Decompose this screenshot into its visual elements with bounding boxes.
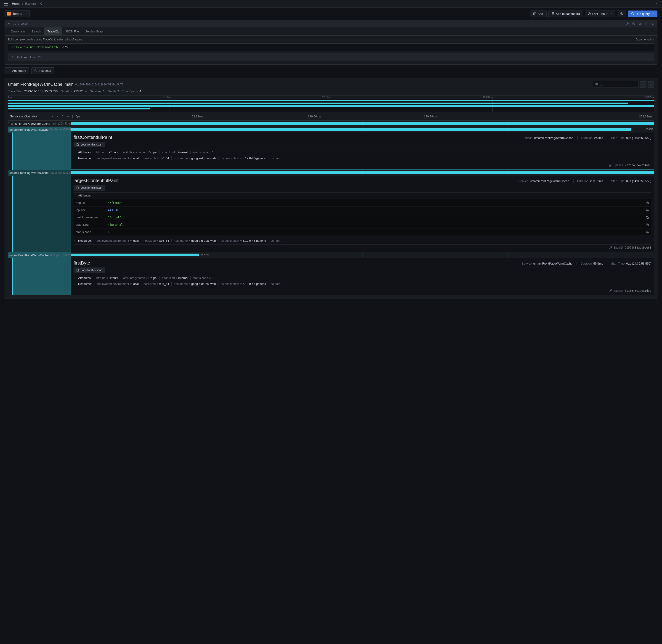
timerange-picker[interactable]: Last 1 hour	[585, 10, 615, 17]
detail-operation: largestContentfulPaint	[74, 178, 119, 183]
add-to-dashboard-button[interactable]: Add to dashboard	[548, 10, 583, 17]
tab-servicegraph[interactable]: Service Graph	[82, 27, 107, 36]
svg-rect-7	[553, 14, 554, 15]
find-input[interactable]	[593, 81, 638, 88]
expand-right-icon[interactable]	[56, 115, 59, 118]
eye-icon[interactable]	[638, 22, 642, 25]
span-row-fcp[interactable]: umamiFrontPageWarmCache firstContentfulP…	[8, 127, 654, 133]
add-query-button[interactable]: Add query	[5, 67, 29, 74]
expand-options-icon[interactable]	[11, 56, 15, 59]
tab-search[interactable]: Search	[28, 27, 44, 36]
column-resize-handle[interactable]: ||	[71, 115, 74, 118]
svg-point-2	[41, 4, 42, 5]
chevron-down-icon	[24, 12, 27, 15]
run-query-button[interactable]: Run query	[628, 10, 658, 17]
timerange-label: Last 1 hour	[592, 12, 608, 16]
copy-icon[interactable]	[643, 214, 651, 221]
query-ds-hint: (Tempo)	[18, 22, 28, 25]
menu-icon[interactable]	[4, 2, 8, 5]
documentation-link[interactable]: Documentation	[636, 38, 654, 41]
link-icon[interactable]	[609, 246, 612, 249]
attributes-section: Attributes:	[78, 151, 92, 154]
span-service: umamiFrontPageWarmCache	[9, 128, 48, 131]
breadcrumb: Home › Explore	[12, 2, 36, 5]
collapse-query-icon[interactable]	[7, 22, 11, 25]
logs-for-span-button[interactable]: Logs for this span	[74, 268, 105, 273]
attributes-section: Attributes:	[78, 276, 92, 280]
breadcrumb-home[interactable]: Home	[12, 2, 20, 5]
breadcrumb-explore[interactable]: Explore	[25, 2, 36, 5]
drag-handle-icon[interactable]	[651, 22, 655, 25]
trace-minimap[interactable]: 0µs 63.33ms 126.66ms 189.99ms 253.32ms	[8, 95, 654, 112]
expand-one-icon[interactable]	[51, 115, 54, 118]
minimap-tick: 126.66ms	[322, 96, 332, 98]
history-icon[interactable]	[632, 22, 635, 25]
find-prev-button[interactable]	[640, 81, 646, 88]
span-row-lcp[interactable]: umamiFrontPageWarmCache largestContentfu…	[8, 170, 654, 176]
copy-icon[interactable]	[643, 221, 651, 228]
options-label: Options	[17, 55, 27, 59]
svg-point-13	[652, 23, 653, 23]
inspector-label: Inspector	[39, 69, 51, 72]
expand-resource-icon[interactable]: ›	[74, 282, 76, 285]
run-label: Run query	[636, 12, 650, 16]
trash-icon[interactable]	[645, 22, 648, 25]
share-icon[interactable]	[39, 2, 43, 5]
collapse-icon[interactable]	[655, 2, 658, 5]
help-icon[interactable]	[626, 22, 629, 25]
spanid-label: SpanID:	[614, 164, 623, 167]
span-operation: largestContentfulPaint	[50, 171, 71, 174]
spanid-label: SpanID:	[614, 289, 623, 293]
zoom-out-button[interactable]	[617, 10, 626, 17]
datasource-picker[interactable]: Tempo	[5, 10, 30, 17]
add-query-label: Add query	[12, 69, 26, 72]
query-header: A (Tempo)	[5, 20, 657, 27]
chevron-down-icon[interactable]: ˅	[8, 122, 9, 125]
svg-point-1	[41, 2, 42, 3]
span-operation: main (253.32ms)	[51, 122, 71, 125]
svg-point-18	[653, 24, 654, 25]
spanid-label: SpanID:	[614, 246, 623, 249]
inspector-button[interactable]: Inspector	[31, 67, 54, 74]
span-row-firstbyte[interactable]: umamiFrontPageWarmCache firstByte (55.6m…	[8, 252, 654, 258]
expand-attributes-icon[interactable]: ›	[74, 151, 76, 154]
expand-resource-icon[interactable]: ›	[74, 239, 76, 243]
split-button[interactable]: Split	[530, 10, 547, 17]
find-next-button[interactable]	[647, 81, 654, 88]
spanid-value: bb1537391a9a1d9b	[625, 289, 651, 293]
svg-rect-6	[552, 14, 552, 15]
link-icon[interactable]	[609, 164, 612, 167]
expand-resource-icon[interactable]: ›	[74, 157, 76, 160]
timeline-tick: 63.33ms	[190, 112, 306, 120]
svg-rect-4	[552, 13, 552, 14]
traceql-input[interactable]: 6c1997c7b9c615c91382645133cd5d75	[8, 43, 654, 51]
timeline-tick: 189.99ms	[422, 112, 538, 120]
copy-icon[interactable]	[643, 199, 651, 207]
resource-section: Resource:	[78, 157, 92, 160]
expand-attributes-icon[interactable]: ›	[74, 276, 76, 280]
collapse-all-icon[interactable]	[61, 115, 64, 118]
span-row-root[interactable]: ˅ umamiFrontPageWarmCache main (253.32ms…	[8, 121, 654, 127]
querytype-label: Query type	[7, 27, 28, 36]
tempo-logo-icon	[7, 12, 11, 16]
tab-jsonfile[interactable]: JSON File	[62, 27, 82, 36]
svg-point-17	[652, 24, 653, 25]
link-icon[interactable]	[609, 289, 612, 293]
spanid-value: 7a2d246e47254660	[625, 164, 651, 167]
logs-for-span-button[interactable]: Logs for this span	[74, 142, 105, 147]
limit-value: Limit: 20	[30, 55, 41, 59]
minimap-tick: 0µs	[8, 96, 12, 98]
minimap-tick: 63.33ms	[163, 96, 172, 98]
resource-section: Resource:	[78, 239, 92, 243]
svg-point-14	[653, 23, 654, 23]
collapse-attributes-icon[interactable]: ˅	[74, 194, 76, 197]
span-service: umamiFrontPageWarmCache	[9, 254, 48, 257]
copy-icon[interactable]	[643, 207, 651, 214]
tab-traceql[interactable]: TraceQL	[44, 27, 62, 36]
attributes-section: Attributes	[78, 194, 91, 197]
span-service: umamiFrontPageWarmCache	[9, 171, 48, 175]
logs-for-span-button[interactable]: Logs for this span	[74, 185, 105, 190]
detail-operation: firstByte	[74, 260, 90, 266]
expand-all-icon[interactable]	[66, 115, 69, 118]
copy-icon[interactable]	[643, 228, 651, 236]
